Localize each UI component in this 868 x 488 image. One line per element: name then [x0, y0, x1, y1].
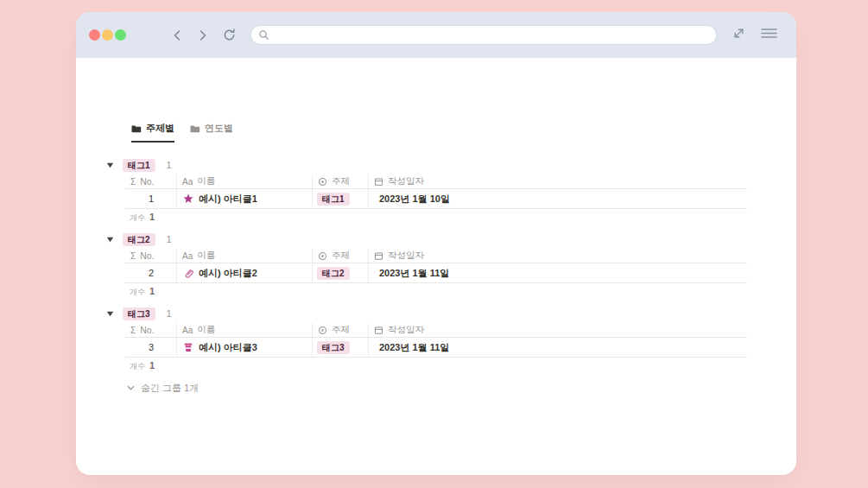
zoom-button[interactable]	[115, 29, 126, 41]
address-search-bar[interactable]	[251, 26, 716, 44]
hamburger-icon	[761, 27, 777, 40]
group-header: 태그1 1	[105, 159, 747, 171]
table-group: 태그1 1 Σ No. Aa 이름 주제	[125, 159, 747, 225]
column-header-topic[interactable]: 주제	[313, 249, 369, 263]
chevron-down-icon	[126, 383, 136, 393]
column-header-no[interactable]: Σ No.	[125, 323, 177, 337]
group-header: 태그2 1	[105, 233, 747, 245]
column-header-name[interactable]: Aa 이름	[177, 323, 313, 337]
calc-count[interactable]: 개수 1	[125, 360, 177, 373]
text-icon: Aa	[182, 326, 193, 335]
hidden-groups-label: 숨긴 그룹 1개	[141, 382, 199, 395]
column-label: No.	[140, 176, 154, 187]
sigma-icon: Σ	[130, 326, 136, 335]
calc-label: 개수	[130, 287, 145, 298]
calc-label: 개수	[130, 212, 145, 224]
group-tag-badge[interactable]: 태그1	[123, 159, 155, 172]
cell-no[interactable]: 1	[125, 189, 177, 208]
group-collapse-toggle[interactable]	[105, 161, 115, 170]
group-tag-badge[interactable]: 태그2	[123, 233, 155, 246]
tag-badge: 태그3	[317, 341, 350, 354]
cell-topic[interactable]: 태그1	[313, 189, 369, 208]
group-collapse-toggle[interactable]	[105, 309, 115, 319]
calendar-icon	[374, 326, 383, 335]
cell-date[interactable]: 2023년 1월 10일	[369, 189, 747, 208]
tab-by-topic[interactable]: 주제별	[131, 122, 174, 143]
grouped-table: 태그1 1 Σ No. Aa 이름 주제	[125, 159, 747, 395]
column-label: 주제	[332, 324, 350, 336]
cell-date[interactable]: 2023년 1월 11일	[369, 263, 747, 282]
back-button[interactable]	[171, 29, 184, 42]
column-label: 작성일자	[388, 250, 424, 262]
reload-icon	[221, 27, 238, 43]
search-input[interactable]	[274, 30, 709, 41]
hidden-groups-toggle[interactable]: 숨긴 그룹 1개	[126, 382, 747, 395]
column-label: No.	[140, 325, 154, 335]
forward-button[interactable]	[196, 29, 209, 42]
column-label: 이름	[197, 250, 215, 262]
triangle-down-icon	[105, 235, 115, 244]
folder-icon	[131, 124, 142, 134]
minimize-button[interactable]	[102, 29, 113, 41]
browser-titlebar	[76, 12, 796, 58]
sigma-icon: Σ	[130, 177, 136, 187]
page-title: 예시) 아티클3	[199, 341, 257, 354]
view-tabs: 주제별 연도별	[131, 122, 747, 143]
chevron-left-icon	[171, 29, 184, 42]
group-count: 1	[167, 308, 172, 319]
cell-no[interactable]: 2	[125, 263, 177, 282]
table-row: 1 예시) 아티클1 태그1 2023년 1월 10일	[125, 189, 747, 209]
column-header-name[interactable]: Aa 이름	[177, 174, 313, 188]
group-collapse-toggle[interactable]	[105, 235, 115, 244]
cell-name[interactable]: 예시) 아티클3	[177, 338, 313, 357]
column-label: 작성일자	[388, 175, 424, 187]
cell-name[interactable]: 예시) 아티클2	[177, 263, 313, 282]
cell-date[interactable]: 2023년 1월 11일	[369, 338, 747, 357]
tab-by-year[interactable]: 연도별	[190, 122, 233, 143]
column-header-name[interactable]: Aa 이름	[177, 249, 313, 263]
column-header-topic[interactable]: 주제	[313, 323, 369, 337]
group-header: 태그3 1	[105, 307, 747, 320]
calc-count[interactable]: 개수 1	[125, 286, 177, 299]
tag-badge: 태그2	[317, 267, 350, 280]
nav-buttons	[171, 27, 238, 43]
column-header-date[interactable]: 작성일자	[369, 249, 747, 263]
cup-icon	[183, 342, 193, 352]
column-label: 주제	[332, 250, 350, 262]
column-label: 이름	[197, 324, 215, 336]
column-header-date[interactable]: 작성일자	[369, 174, 747, 188]
cell-name[interactable]: 예시) 아티클1	[177, 189, 313, 208]
sigma-icon: Σ	[130, 251, 136, 261]
column-header-row: Σ No. Aa 이름 주제 작성일자	[125, 249, 747, 263]
column-header-date[interactable]: 작성일자	[369, 323, 747, 337]
column-label: No.	[140, 250, 154, 261]
calc-row: 개수 1	[125, 209, 747, 225]
cell-topic[interactable]: 태그3	[313, 338, 369, 357]
column-header-no[interactable]: Σ No.	[125, 249, 177, 263]
column-header-no[interactable]: Σ No.	[125, 174, 177, 188]
column-label: 주제	[332, 175, 350, 187]
group-tag-badge[interactable]: 태그3	[123, 307, 155, 320]
triangle-down-icon	[105, 161, 115, 170]
column-header-topic[interactable]: 주제	[313, 174, 369, 188]
page-title: 예시) 아티클2	[199, 267, 257, 280]
group-count: 1	[167, 160, 172, 170]
folder-icon	[190, 124, 200, 134]
reload-button[interactable]	[221, 27, 238, 43]
expand-button[interactable]	[732, 26, 746, 44]
table-group: 태그2 1 Σ No. Aa 이름 주제	[125, 233, 747, 299]
select-icon	[318, 177, 327, 187]
star-icon	[183, 193, 193, 204]
menu-button[interactable]	[761, 27, 777, 43]
cell-topic[interactable]: 태그2	[313, 263, 369, 282]
text-icon: Aa	[182, 251, 193, 261]
calc-value: 1	[149, 286, 155, 296]
cell-no[interactable]: 3	[125, 338, 177, 357]
triangle-down-icon	[105, 309, 115, 319]
table-row: 2 예시) 아티클2 태그2 2023년 1월 11일	[125, 263, 747, 283]
column-label: 이름	[197, 175, 215, 187]
calendar-icon	[374, 251, 383, 261]
calc-count[interactable]: 개수 1	[125, 212, 177, 225]
expand-icon	[732, 26, 746, 41]
close-button[interactable]	[89, 29, 100, 41]
